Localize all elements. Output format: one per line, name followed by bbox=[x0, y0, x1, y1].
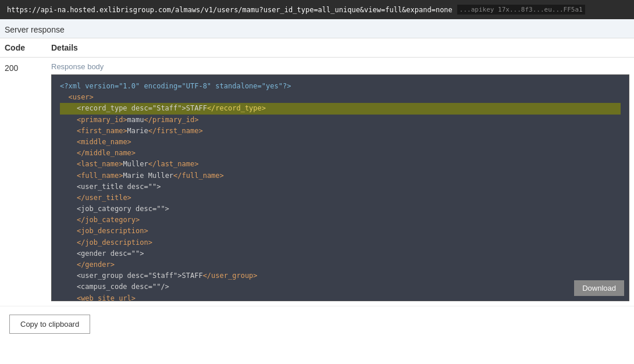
response-row: 200 Response body <?xml version="1.0" en… bbox=[0, 58, 634, 306]
url-obscured: ...apikey 17x...8f3...eu...FF5a1 bbox=[457, 5, 585, 15]
code-block-scroll[interactable]: <?xml version="1.0" encoding="UTF-8" sta… bbox=[52, 75, 629, 301]
code-line: <user_group desc="Staff">STAFF</user_gro… bbox=[60, 270, 621, 281]
response-code: 200 bbox=[5, 62, 51, 73]
download-button[interactable]: Download bbox=[574, 280, 624, 296]
code-line: <job_category desc=""> bbox=[60, 204, 621, 215]
response-body-label: Response body bbox=[51, 62, 629, 71]
code-line: <full_name>Marie Muller</full_name> bbox=[60, 170, 621, 181]
code-line: <gender desc=""> bbox=[60, 248, 621, 259]
col-details-header: Details bbox=[51, 43, 78, 52]
code-line: <campus_code desc=""/> bbox=[60, 281, 621, 292]
code-line: </job_description> bbox=[60, 237, 621, 248]
code-line: <middle_name> bbox=[60, 137, 621, 148]
code-line: </middle_name> bbox=[60, 148, 621, 159]
server-response-section: Server response bbox=[0, 19, 634, 38]
code-line: <job_description> bbox=[60, 226, 621, 237]
url-bar: https://api-na.hosted.exlibrisgroup.com/… bbox=[0, 0, 634, 19]
code-line: </user_title> bbox=[60, 192, 621, 204]
code-line: <?xml version="1.0" encoding="UTF-8" sta… bbox=[60, 81, 621, 92]
code-block-wrapper: <?xml version="1.0" encoding="UTF-8" sta… bbox=[51, 74, 629, 301]
code-line: </gender> bbox=[60, 259, 621, 270]
url-text: https://api-na.hosted.exlibrisgroup.com/… bbox=[7, 6, 453, 14]
col-code-header: Code bbox=[5, 43, 51, 52]
response-table-header: Code Details bbox=[0, 38, 634, 58]
code-line: <web_site_url> bbox=[60, 293, 621, 301]
code-line: <last_name>Muller</last_name> bbox=[60, 159, 621, 170]
bottom-bar: Copy to clipboard bbox=[0, 306, 634, 342]
copy-to-clipboard-button[interactable]: Copy to clipboard bbox=[9, 315, 90, 334]
code-line: <user> bbox=[60, 92, 621, 103]
code-line: <first_name>Marie</first_name> bbox=[60, 126, 621, 137]
code-line: <record_type desc="Staff">STAFF</record_… bbox=[60, 103, 621, 114]
server-response-label: Server response bbox=[5, 25, 65, 34]
code-line: </job_category> bbox=[60, 215, 621, 226]
response-details: Response body <?xml version="1.0" encodi… bbox=[51, 62, 629, 301]
code-line: <primary_id>mamu</primary_id> bbox=[60, 115, 621, 126]
code-line: <user_title desc=""> bbox=[60, 181, 621, 192]
